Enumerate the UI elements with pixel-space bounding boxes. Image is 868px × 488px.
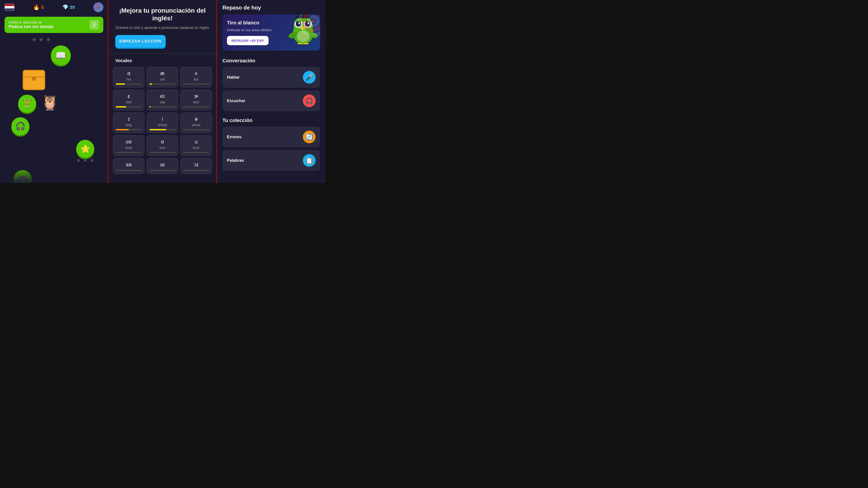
vowel-symbol-foot: ʊ (149, 139, 176, 145)
vowel-card-foot[interactable]: ʊ foot (147, 135, 178, 156)
avatar[interactable]: 🦸 (93, 2, 103, 12)
star-1: ★ (32, 36, 37, 43)
vowel-word-boat: boat (116, 146, 142, 150)
path-star-2: ★ (83, 158, 88, 163)
vowel-card-boat[interactable]: oʊ boat (113, 135, 145, 156)
vowel-word-say: say (149, 100, 176, 104)
mic-icon-circle: 🎤 (303, 71, 315, 84)
vowel-card-cat[interactable]: æ cat (147, 67, 178, 88)
progress-track-say (149, 106, 176, 107)
flame-icon: 🔥 (33, 4, 40, 10)
vowel-card-but[interactable]: ʌ but (180, 67, 212, 88)
palabras-card[interactable]: Palabras 📋 (222, 150, 320, 171)
hablar-card[interactable]: Hablar 🎤 (222, 67, 320, 88)
review-button[interactable]: REPASAR +20 EXP (227, 36, 269, 45)
vowel-symbol-about: ə (183, 116, 209, 122)
palabras-label: Palabras (227, 158, 244, 163)
gem-container: 💎 39 (62, 4, 75, 10)
path-row-star: ⭐ ★ ★ ★ (4, 140, 103, 163)
path-row-chest (4, 70, 103, 90)
path-row-dumbbell-owl: 🏋 🦉 (4, 95, 103, 113)
vowel-symbol-bed: ɛ (116, 93, 142, 99)
vowel-card-say[interactable]: eɪ say (147, 90, 178, 110)
errores-icon: 🔄 (305, 133, 313, 141)
palabras-icon-circle: 📋 (303, 154, 315, 167)
progress-fill-hot (116, 84, 125, 85)
owl-character: 🦉 (41, 94, 59, 111)
star-node[interactable]: ⭐ (76, 140, 94, 158)
progress-track-bed (116, 106, 142, 107)
vowel-card-about[interactable]: ə about (180, 112, 212, 133)
headphone-icon-circle: 🎧 (303, 94, 315, 107)
progress-fill-say (149, 106, 151, 107)
lesson-banner[interactable]: ETAPA 2, SECCIÓN 18 Platica con los demá… (4, 17, 103, 33)
progress-fill-bed (116, 106, 126, 107)
vowel-symbol-boat: oʊ (116, 139, 142, 145)
path-row-headphone: 🎧 (4, 117, 103, 135)
progress-fill-cat (149, 84, 152, 85)
errores-card[interactable]: Errores 🔄 (222, 127, 320, 147)
path-row-book: 📖 (4, 45, 103, 65)
errores-icon-circle: 🔄 (303, 131, 315, 143)
progress-track-oi (183, 170, 209, 171)
streak-container: 🔥 5 (33, 4, 43, 10)
flag-icon[interactable] (4, 4, 14, 11)
vowel-card-food[interactable]: u food (180, 135, 212, 156)
lesson-banner-text: ETAPA 2, SECCIÓN 18 Platica con los demá… (8, 21, 54, 29)
vowel-symbol-cat: æ (149, 70, 176, 76)
progress-track-bird (183, 106, 209, 107)
vowel-card-ship[interactable]: ɪ ship (113, 112, 145, 133)
start-lesson-button[interactable]: EMPEZAR LECCIÓN (115, 35, 166, 48)
progress-track-au (116, 170, 142, 171)
vowel-card-bed[interactable]: ɛ bed (113, 90, 145, 110)
progress-track-ai (149, 170, 176, 171)
escuchar-card[interactable]: Escuchar 🎧 (222, 90, 320, 111)
stars-below: ★ ★ ★ (76, 158, 94, 163)
gem-count: 39 (70, 5, 75, 10)
left-panel: 🔥 5 💎 39 🦸 ETAPA 2, SECCIÓN 18 Platica c… (0, 0, 108, 183)
vowel-card-oi[interactable]: ɔɪ (180, 158, 212, 174)
vowel-symbol-hot: ɑ (116, 70, 142, 76)
progress-track-but (183, 84, 209, 85)
pronunciation-title: ¡Mejora tu pronunciación del inglés! (115, 7, 210, 22)
errores-label: Errores (227, 135, 241, 139)
star-2: ★ (39, 36, 44, 43)
stage-label: ETAPA 2, SECCIÓN 18 (8, 21, 54, 24)
headphone-node[interactable]: 🎧 (11, 117, 29, 135)
dartboard-svg (291, 14, 320, 46)
dumbbell-node[interactable]: 🏋 (18, 95, 36, 113)
lesson-title: Platica con los demás (8, 24, 54, 29)
vowel-symbol-but: ʌ (183, 70, 209, 76)
vowel-word-sheep: sheep (149, 123, 176, 127)
middle-panel: ¡Mejora tu pronunciación del inglés! Ent… (108, 0, 217, 183)
vowel-card-ai[interactable]: aɪ (147, 158, 178, 174)
progress-track-boat (116, 152, 142, 153)
vowel-symbol-au: aʊ (116, 162, 142, 168)
gem-icon: 💎 (62, 4, 68, 10)
palabras-icon: 📋 (305, 157, 313, 164)
hablar-label: Hablar (227, 75, 240, 80)
vowel-grid: ɑ hot æ cat ʌ but ɛ bed (108, 67, 216, 174)
chest-icon[interactable] (23, 70, 45, 90)
stars-row: ★ ★ ★ (0, 35, 108, 43)
review-card: Tiro al blanco Enfócate en tus áreas déb… (222, 14, 320, 51)
vowel-word-cat: cat (149, 77, 176, 81)
star-3: ★ (46, 36, 51, 43)
vowel-symbol-food: u (183, 139, 209, 145)
vowel-card-sheep[interactable]: i sheep (147, 112, 178, 133)
book-node[interactable]: 📖 (51, 45, 71, 65)
progress-track-foot (149, 152, 176, 153)
vowel-symbol-sheep: i (149, 116, 176, 122)
right-panel: Repaso de hoy Tiro al blanco Enfócate en… (217, 0, 326, 183)
vowel-word-hot: hot (116, 77, 142, 81)
vowel-card-au[interactable]: aʊ (113, 158, 145, 174)
list-icon[interactable]: ☰ (89, 20, 99, 30)
vowel-symbol-oi: ɔɪ (183, 162, 209, 168)
progress-track-about (183, 129, 209, 130)
divider (108, 53, 216, 54)
path-star-1: ★ (76, 158, 81, 163)
progress-track-hot (116, 84, 142, 85)
vowel-card-hot[interactable]: ɑ hot (113, 67, 145, 88)
vowel-card-bird[interactable]: ɚ bird (180, 90, 212, 110)
streak-count: 5 (41, 5, 43, 10)
